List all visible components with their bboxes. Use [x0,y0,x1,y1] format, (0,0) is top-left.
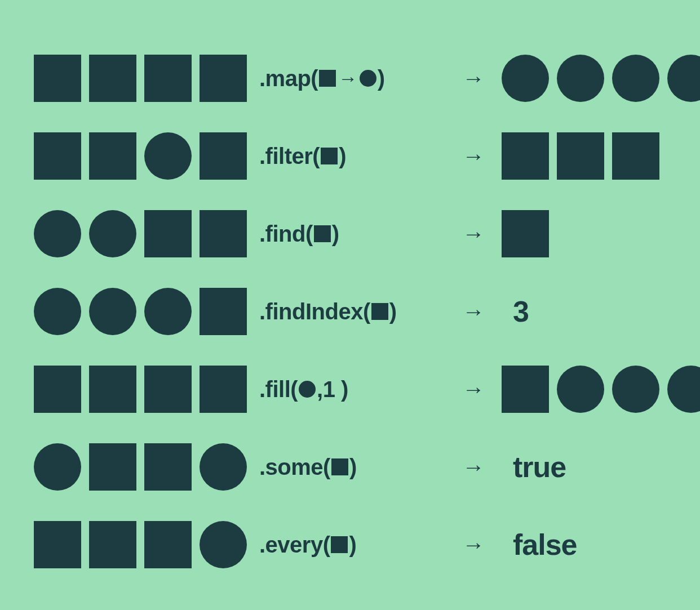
square-icon [371,303,388,320]
input-array [34,288,259,335]
method-row: .some()→true [34,428,666,506]
method-row: .every()→false [34,506,666,584]
result-arrow-icon: → [451,221,496,247]
square-icon [200,288,247,335]
square-icon [319,70,336,87]
square-icon [557,132,604,180]
method-expression: .find() [259,221,451,247]
method-row: .map(→)→ [34,39,666,117]
square-icon [331,458,348,475]
square-icon [612,132,659,180]
circle-icon [502,55,549,102]
method-text: ) [349,455,357,480]
diagram-container: .map(→)→.filter()→.find()→.findIndex()→3… [34,39,666,584]
square-icon [502,132,549,180]
result-arrow-icon: → [451,144,496,169]
square-icon [321,148,338,164]
circle-icon [667,55,700,102]
method-text: ) [339,144,346,169]
input-array [34,521,259,568]
output-text: false [502,528,577,562]
method-text: ) [378,66,385,91]
output-result [496,366,700,413]
circle-icon [34,443,81,491]
input-array [34,366,259,413]
square-icon [200,132,247,180]
method-expression: .map(→) [259,66,451,91]
result-arrow-icon: → [451,299,496,324]
method-text: .findIndex( [259,299,370,324]
output-result: false [496,528,666,562]
output-result [496,210,666,257]
input-array [34,443,259,491]
output-text: 3 [502,295,529,328]
output-text: true [502,450,566,484]
method-row: .find()→ [34,195,666,273]
square-icon [144,443,192,491]
square-icon [89,132,136,180]
input-array [34,210,259,257]
method-row: .fill(,1 )→ [34,350,666,428]
square-icon [34,55,81,102]
square-icon [89,521,136,568]
method-text: .find( [259,221,313,247]
square-icon [144,55,192,102]
square-icon [144,366,192,413]
square-icon [502,210,549,257]
square-icon [200,366,247,413]
circle-icon [667,366,700,413]
square-icon [89,443,136,491]
circle-icon [34,210,81,257]
square-icon [34,132,81,180]
square-icon [144,210,192,257]
circle-icon [612,55,659,102]
method-text: .every( [259,532,330,558]
circle-icon [89,210,136,257]
method-expression: .every() [259,532,451,558]
square-icon [34,366,81,413]
square-icon [314,225,331,242]
method-expression: .fill(,1 ) [259,377,451,402]
circle-icon [200,443,247,491]
square-icon [502,366,549,413]
output-result [496,55,700,102]
method-text: .some( [259,455,330,480]
square-icon [89,55,136,102]
square-icon [144,521,192,568]
result-arrow-icon: → [451,66,496,91]
output-result [496,132,666,180]
circle-icon [200,521,247,568]
method-expression: .some() [259,455,451,480]
input-array [34,132,259,180]
arrow-icon: → [338,68,357,90]
circle-icon [557,55,604,102]
output-result: true [496,450,666,484]
square-icon [89,366,136,413]
result-arrow-icon: → [451,377,496,402]
output-result: 3 [496,295,666,328]
square-icon [200,55,247,102]
method-expression: .findIndex() [259,299,451,324]
circle-icon [612,366,659,413]
method-text: ,1 ) [317,377,348,402]
method-text: ) [349,532,356,558]
result-arrow-icon: → [451,455,496,480]
circle-icon [144,132,192,180]
square-icon [200,210,247,257]
result-arrow-icon: → [451,532,496,558]
method-text: .filter( [259,144,320,169]
circle-icon [34,288,81,335]
square-icon [34,521,81,568]
method-text: .fill( [259,377,298,402]
method-text: ) [389,299,397,324]
circle-icon [360,70,376,87]
circle-icon [144,288,192,335]
method-text: ) [332,221,339,247]
method-expression: .filter() [259,144,451,169]
input-array [34,55,259,102]
circle-icon [557,366,604,413]
method-row: .findIndex()→3 [34,273,666,350]
square-icon [331,536,348,553]
method-text: .map( [259,66,318,91]
circle-icon [89,288,136,335]
